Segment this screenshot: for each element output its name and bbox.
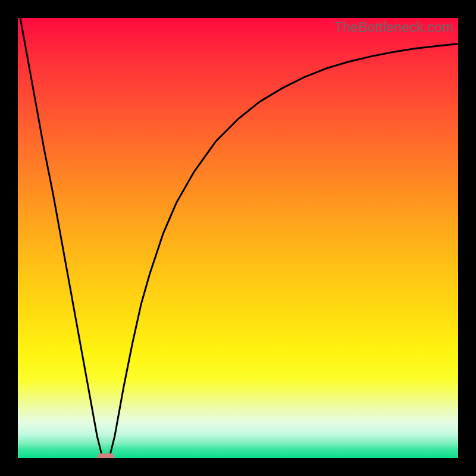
plot-area: TheBottleneck.com bbox=[18, 18, 458, 458]
optimal-marker bbox=[97, 453, 115, 458]
bottleneck-curve bbox=[18, 18, 458, 458]
chart-frame: TheBottleneck.com bbox=[0, 0, 476, 476]
curve-path bbox=[18, 18, 458, 458]
